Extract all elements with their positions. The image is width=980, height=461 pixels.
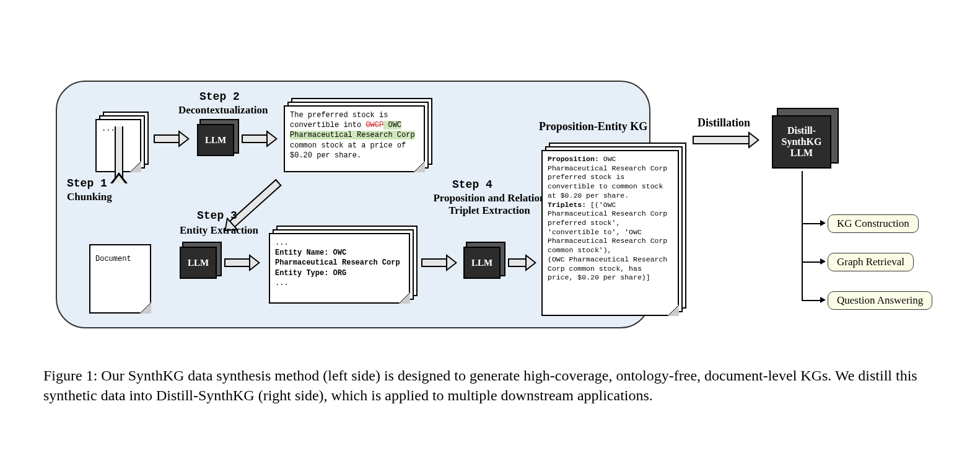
step2-label: Step 2 bbox=[199, 90, 240, 103]
paper-document: Document bbox=[89, 244, 151, 314]
step1-sub: Chunking bbox=[67, 191, 112, 203]
llm-label: LLM bbox=[471, 258, 492, 268]
llm-label: LLM bbox=[205, 135, 226, 146]
kg-title: Proposition-Entity KG bbox=[539, 120, 647, 133]
document-text: Document bbox=[90, 245, 150, 268]
step4-sub: Proposition and Relation Triplet Extract… bbox=[421, 192, 558, 217]
decon-content: The preferred stock is convertible into … bbox=[285, 107, 424, 164]
downstream-kg-construction: KG Construction bbox=[828, 214, 919, 233]
llm-cube-step3: LLM bbox=[180, 247, 217, 279]
llm-cube-step2: LLM bbox=[197, 124, 234, 156]
step3-sub: Entity Extraction bbox=[180, 224, 258, 237]
decon-l5: $0.20 per share. bbox=[290, 151, 419, 160]
arrowhead-icon bbox=[820, 258, 826, 265]
kg-trip-label: Triplets: bbox=[548, 201, 586, 209]
connector-vertical bbox=[802, 171, 803, 301]
step3-label: Step 3 bbox=[197, 209, 237, 222]
llm-label: LLM bbox=[188, 258, 209, 268]
distill-cube-label: Distill- SynthKG LLM bbox=[782, 125, 822, 159]
dogear-icon bbox=[140, 302, 151, 314]
arrowhead-icon bbox=[820, 297, 826, 303]
connector-h3 bbox=[802, 300, 820, 301]
arrowhead-icon bbox=[820, 220, 826, 226]
step4-label: Step 4 bbox=[452, 178, 492, 191]
distill-cube: Distill- SynthKG LLM bbox=[772, 115, 831, 169]
entity-l1: Entity Name: OWC bbox=[275, 248, 346, 257]
downstream-qa: Question Answering bbox=[828, 291, 932, 310]
kg-content: Proposition: OWC Pharmaceutical Research… bbox=[543, 151, 678, 286]
entity-l3: Entity Type: ORG bbox=[275, 269, 346, 278]
decon-l3: Pharmaceutical Research Corp bbox=[290, 130, 419, 140]
paper-kg-front: Proposition: OWC Pharmaceutical Research… bbox=[541, 150, 679, 316]
strikethrough-text: OWCP bbox=[365, 121, 383, 130]
dogear-icon bbox=[399, 292, 410, 304]
connector-h2 bbox=[802, 261, 820, 263]
paper-entity-front: ... Entity Name: OWC Pharmaceutical Rese… bbox=[269, 233, 410, 304]
dogear-icon bbox=[130, 161, 141, 172]
step2-sub: Decontextualization bbox=[178, 104, 268, 116]
decon-l1: The preferred stock is bbox=[290, 110, 419, 120]
entity-content: ... Entity Name: OWC Pharmaceutical Rese… bbox=[270, 234, 409, 292]
connector-h1 bbox=[802, 223, 820, 224]
entity-post: ... bbox=[275, 278, 404, 288]
dogear-icon bbox=[414, 161, 425, 172]
llm-cube-step4: LLM bbox=[463, 247, 501, 279]
dogear-icon bbox=[668, 305, 679, 316]
decon-l4: common stock at a price of bbox=[290, 141, 419, 151]
figure-caption: Figure 1: Our SynthKG data synthesis met… bbox=[43, 366, 935, 406]
downstream-graph-retrieval: Graph Retrieval bbox=[828, 253, 914, 271]
decon-l2: convertible into OWCP OWC bbox=[290, 120, 419, 130]
entity-pre: ... bbox=[275, 238, 404, 248]
paper-decon-front: The preferred stock is convertible into … bbox=[284, 105, 425, 172]
distillation-label: Distillation bbox=[698, 116, 750, 130]
kg-trip-text: [('OWC Pharmaceutical Research Corp pref… bbox=[548, 201, 667, 282]
entity-l2: Pharmaceutical Research Corp bbox=[275, 258, 400, 267]
step1-label: Step 1 bbox=[67, 177, 107, 190]
kg-prop-label: Proposition: bbox=[548, 155, 599, 163]
